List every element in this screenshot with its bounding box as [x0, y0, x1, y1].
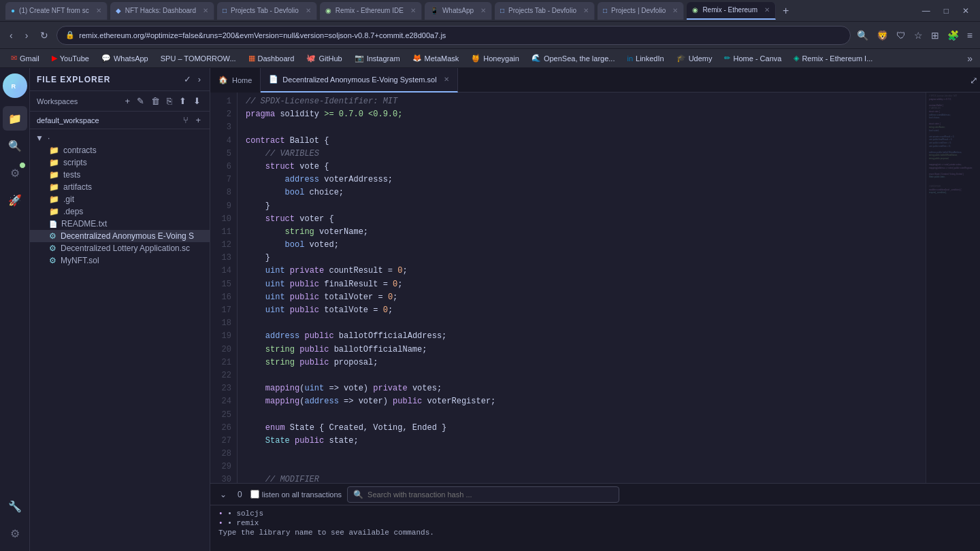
- code-line-15: uint public finalResult = 0;: [246, 278, 917, 291]
- tree-item-tests[interactable]: 📁 tests: [30, 169, 210, 181]
- tree-item-deps[interactable]: 📁 .deps: [30, 205, 210, 218]
- code-editor[interactable]: 1 2 3 4 5 6 7 8 9 10 11 12 13 14 15 16 1: [210, 93, 926, 483]
- address-text: remix.ethereum.org/#optimize=false&runs=…: [79, 31, 446, 39]
- tab-sol-close[interactable]: ✕: [444, 76, 449, 83]
- file-explorer-button[interactable]: 📁: [3, 106, 27, 131]
- bookmark-udemy[interactable]: 🎓 Udemy: [671, 52, 718, 64]
- settings-button[interactable]: ⚙: [3, 521, 27, 546]
- terminal-collapse-btn[interactable]: ⌄: [217, 488, 229, 501]
- tab-close[interactable]: ✕: [583, 7, 589, 14]
- tree-item-decentralized-voting[interactable]: ⚙ Decentralized Anonymous E-Voing S: [30, 230, 210, 242]
- new-tab-button[interactable]: +: [779, 3, 793, 18]
- tab-home[interactable]: 🏠 Home: [210, 68, 261, 93]
- terminal-panel: ⌄ 0 listen on all transactions 🔍 • • sol…: [210, 483, 980, 551]
- menu-icon[interactable]: ≡: [965, 28, 975, 43]
- code-line-27: State public state;: [246, 435, 917, 448]
- sidebar-toggle-icon[interactable]: ⊞: [929, 28, 941, 43]
- bookmark-gmail[interactable]: ✉ Gmail: [5, 52, 45, 64]
- line-num-22: 22: [216, 369, 231, 382]
- tree-item-artifacts[interactable]: 📁 artifacts: [30, 181, 210, 193]
- deploy-button[interactable]: 🚀: [3, 188, 27, 212]
- tab-remix1[interactable]: ◉ Remix - Ethereum IDE ✕: [320, 2, 422, 20]
- tree-item-decentralized-lottery[interactable]: ⚙ Decentralized Lottery Application.sc: [30, 242, 210, 254]
- brave-icon[interactable]: 🦁: [875, 28, 890, 43]
- tree-item-label: Decentralized Anonymous E-Voing S: [61, 231, 194, 241]
- reload-button[interactable]: ↻: [36, 27, 52, 44]
- expand-icon-btn[interactable]: ›: [196, 73, 203, 85]
- line-num-25: 25: [216, 409, 231, 422]
- bookmark-star-icon[interactable]: ☆: [912, 28, 925, 43]
- tab-whatsapp[interactable]: 📱 WhatsApp ✕: [425, 2, 492, 20]
- forward-button[interactable]: ›: [21, 27, 33, 44]
- tab-label: Projects Tab - Devfolio: [231, 7, 299, 14]
- tree-item-readme[interactable]: 📄 README.txt: [30, 218, 210, 230]
- search-toolbar-icon[interactable]: 🔍: [855, 28, 870, 43]
- listen-checkbox[interactable]: [250, 490, 259, 499]
- bookmark-spu[interactable]: SPU – TOMORROW...: [155, 53, 242, 64]
- terminal-count[interactable]: 0: [235, 488, 245, 501]
- code-content[interactable]: // SPDX-License-Identifier: MIT pragma s…: [238, 93, 926, 483]
- listen-checkbox-container[interactable]: listen on all transactions: [250, 490, 342, 499]
- clone-workspace-btn[interactable]: ⎘: [165, 95, 174, 107]
- bookmark-linkedin[interactable]: in LinkedIn: [621, 53, 669, 64]
- editor-expand-btn[interactable]: ⤢: [968, 73, 980, 88]
- tab-projects-devfolio3[interactable]: □ Projects | Devfolio ✕: [598, 2, 684, 20]
- shield-icon[interactable]: 🛡: [894, 28, 908, 43]
- delete-workspace-btn[interactable]: 🗑: [149, 95, 162, 107]
- search-button[interactable]: 🔍: [3, 133, 27, 158]
- solidity-compiler-button[interactable]: ⚙: [3, 161, 27, 185]
- extensions-icon[interactable]: 🧩: [945, 28, 961, 43]
- bookmark-opensea[interactable]: 🌊 OpenSea, the large...: [526, 52, 621, 64]
- rename-workspace-btn[interactable]: ✎: [135, 95, 146, 107]
- tab-close[interactable]: ✕: [306, 7, 311, 14]
- tab-nft-hacks[interactable]: ◆ NFT Hacks: Dashboard ✕: [110, 2, 214, 20]
- tab-sol-file[interactable]: 📄 Decentralized Anonymous E-Voing System…: [261, 68, 457, 93]
- check-icon-btn[interactable]: ✓: [182, 73, 193, 85]
- tab-close-active[interactable]: ✕: [764, 6, 770, 14]
- address-bar[interactable]: 🔒 remix.ethereum.org/#optimize=false&run…: [56, 26, 850, 45]
- more-bookmarks-button[interactable]: »: [965, 51, 975, 66]
- tab-close[interactable]: ✕: [672, 7, 678, 14]
- bookmark-whatsapp[interactable]: 💬 WhatsApp: [96, 52, 154, 64]
- plugin-manager-button[interactable]: 🔧: [3, 494, 27, 518]
- restore-btn[interactable]: ⬇: [191, 95, 203, 107]
- folder-icon: 📁: [49, 207, 59, 216]
- bookmark-remix[interactable]: ◈ Remix - Ethereum I...: [788, 52, 878, 64]
- bookmark-instagram[interactable]: 📷 Instagram: [349, 52, 406, 64]
- tab-projects-devfolio2[interactable]: □ Projects Tab - Devfolio ✕: [495, 2, 595, 20]
- tab-close[interactable]: ✕: [203, 7, 208, 14]
- create-workspace-btn[interactable]: +: [122, 95, 132, 107]
- back-button[interactable]: ‹: [5, 27, 17, 44]
- upload-btn[interactable]: ⬆: [177, 95, 189, 107]
- terminal-search-input[interactable]: [368, 490, 613, 499]
- tree-root-toggle[interactable]: ▼ ·: [30, 132, 210, 144]
- tab-close[interactable]: ✕: [410, 7, 416, 14]
- line-num-8: 8: [216, 186, 231, 199]
- minimap: // SPDX-License-Identifier: MIT pragma s…: [926, 93, 980, 483]
- bookmark-honeygain[interactable]: 🍯 Honeygain: [466, 52, 525, 64]
- tab-close[interactable]: ✕: [96, 7, 101, 14]
- add-to-workspace-btn[interactable]: +: [193, 114, 203, 126]
- minimize-button[interactable]: —: [917, 5, 936, 17]
- git-icon-btn[interactable]: ⑂: [181, 114, 191, 126]
- bookmark-metamask[interactable]: 🦊 MetaMask: [407, 52, 465, 64]
- tab-remix-active[interactable]: ◉ Remix - Ethereum ✕: [687, 2, 776, 20]
- bookmark-youtube[interactable]: ▶ YouTube: [46, 52, 95, 64]
- folder-icon: 📁: [49, 158, 59, 167]
- file-tree: ▼ · 📁 contracts 📁 scripts 📁 tests: [30, 129, 210, 551]
- bookmark-canva[interactable]: ✏ Home - Canva: [719, 52, 787, 64]
- bookmark-github[interactable]: 🐙 GitHub: [301, 52, 347, 64]
- tree-item-contracts[interactable]: 📁 contracts: [30, 144, 210, 156]
- tree-item-mynft[interactable]: ⚙ MyNFT.sol: [30, 254, 210, 267]
- workspace-name-row: default_workspace ⑂ +: [30, 112, 210, 129]
- terminal-search-box[interactable]: 🔍: [347, 486, 619, 503]
- tab-create-nft[interactable]: ● (1) Create NFT from sc ✕: [5, 2, 108, 20]
- tab-close[interactable]: ✕: [480, 7, 486, 14]
- tab-projects-devfolio1[interactable]: □ Projects Tab - Devfolio ✕: [217, 2, 317, 20]
- maximize-button[interactable]: □: [938, 5, 954, 17]
- tree-item-git[interactable]: 📁 .git: [30, 193, 210, 205]
- tree-item-label: artifacts: [63, 182, 92, 192]
- tree-item-scripts[interactable]: 📁 scripts: [30, 156, 210, 169]
- close-button[interactable]: ✕: [957, 5, 975, 17]
- bookmark-dashboard[interactable]: ▦ Dashboard: [243, 52, 300, 64]
